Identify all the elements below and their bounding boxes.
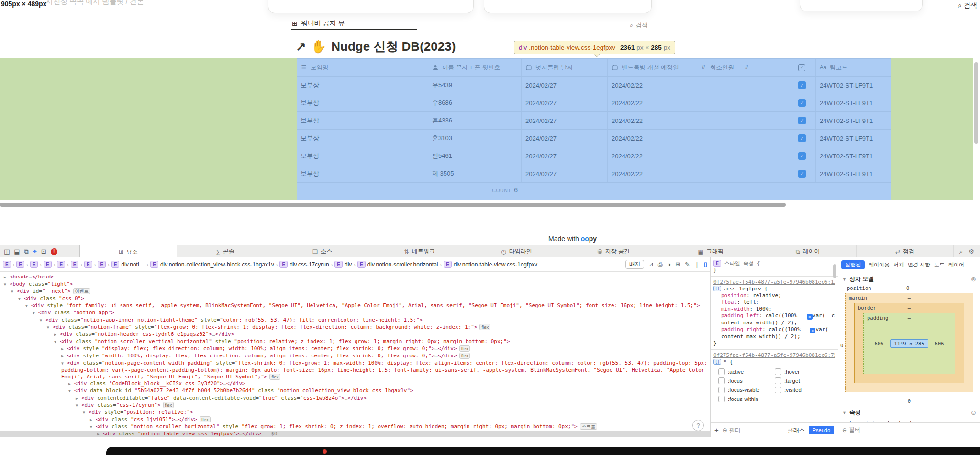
expanded-icon[interactable]: ▼ bbox=[90, 424, 96, 431]
grid-overlay-icon[interactable]: ⊞ bbox=[675, 261, 680, 268]
dom-tree-node[interactable]: ▼<div class="css-17cyrun">flex bbox=[0, 402, 710, 409]
sidebar-tab-레이아웃[interactable]: 레이아웃 bbox=[869, 261, 890, 268]
stylesheet-link[interactable]: 0f275fae-f54b-4877-a5fe-97946b081ec6:1… bbox=[713, 279, 835, 286]
topbar-search[interactable]: ⌕ 검색 bbox=[958, 1, 977, 10]
pseudo-class-toggle[interactable]: :focus bbox=[718, 377, 775, 384]
class-toggle-button[interactable]: 클래스 bbox=[788, 427, 805, 433]
edit-icon[interactable]: ✎ bbox=[685, 261, 690, 268]
dom-tree-node[interactable]: ▼<div class="notion-page-content width p… bbox=[0, 360, 710, 380]
section-filter-icon[interactable]: ⊜ bbox=[971, 409, 976, 416]
sidebar-tab-노드[interactable]: 노드 bbox=[934, 261, 945, 268]
sidebar-tab-레이어[interactable]: 레이어 bbox=[948, 261, 964, 268]
element-crumb[interactable]: E bbox=[150, 261, 158, 268]
css-selector[interactable]: .css-1egfpxv { bbox=[723, 286, 768, 292]
pseudo-class-toggle[interactable]: :focus-visible bbox=[718, 387, 775, 393]
device-icon[interactable]: ⊡ bbox=[41, 248, 46, 255]
checkbox-unchecked[interactable] bbox=[775, 368, 781, 375]
made-with-badge[interactable]: Made with oopy bbox=[548, 235, 597, 243]
checkbox-unchecked[interactable] bbox=[775, 387, 781, 393]
dom-tree-node[interactable]: ▼<div id="__next">이벤트 bbox=[0, 288, 710, 295]
dom-tree-node[interactable]: ▶<div class="notion-table-view css-1egfp… bbox=[0, 431, 710, 437]
crumb-label[interactable]: div.notion-table-view.css-1egfpxv bbox=[454, 261, 537, 268]
checkbox-unchecked[interactable] bbox=[775, 377, 781, 384]
devtools-tab-점검[interactable]: ⇄점검 bbox=[857, 245, 954, 257]
dom-tree-node[interactable]: ▶<head>…</head> bbox=[0, 274, 710, 281]
element-crumb[interactable]: E bbox=[357, 261, 366, 268]
element-crumb[interactable]: E bbox=[334, 261, 343, 268]
layout-badge[interactable]: 이벤트 bbox=[73, 288, 91, 294]
layout-badge[interactable]: flex bbox=[163, 402, 174, 408]
dom-tree-node[interactable]: ▼<div style="font-family: ui-sans-serif,… bbox=[0, 302, 710, 310]
calc-icon[interactable]: = bbox=[810, 328, 815, 333]
collapsed-icon[interactable]: ▶ bbox=[68, 381, 74, 388]
checkbox-checked[interactable]: ✓ bbox=[798, 81, 806, 89]
dom-tree-node[interactable]: ▼<div style="position: relative;"> bbox=[0, 409, 710, 416]
expanded-icon[interactable]: ▼ bbox=[68, 388, 74, 395]
collapsed-icon[interactable]: ▶ bbox=[76, 395, 81, 402]
checkbox-checked[interactable]: ✓ bbox=[798, 134, 806, 142]
expanded-icon[interactable]: ▼ bbox=[76, 402, 81, 409]
dom-tree-node[interactable]: ▶<div class="CodeBlock_block__kCISx css-… bbox=[0, 380, 710, 388]
element-crumb[interactable]: E bbox=[98, 261, 106, 268]
devtools-tab-레이어[interactable]: ⧉레이어 bbox=[759, 245, 857, 257]
layout-badge[interactable]: flex bbox=[479, 324, 490, 330]
checkbox-unchecked[interactable] bbox=[718, 368, 725, 375]
dom-tree-node[interactable]: ▼<div class="notion-app-inner notion-lig… bbox=[0, 317, 710, 324]
element-crumb[interactable]: E bbox=[84, 261, 92, 268]
devtools-tab-소스[interactable]: ❏소스 bbox=[274, 245, 371, 257]
devtools-tab-그래픽[interactable]: ▦그래픽 bbox=[662, 245, 759, 257]
devtools-tab-저장 공간[interactable]: ⛁저장 공간 bbox=[565, 245, 662, 257]
sidebar-tab-실행됨[interactable]: 실행됨 bbox=[841, 260, 865, 269]
element-crumb[interactable]: E bbox=[444, 261, 452, 268]
styles-filter[interactable]: ⊖필터 bbox=[723, 427, 741, 433]
css-property[interactable]: min-width: 100%; bbox=[713, 306, 835, 312]
layout-badge[interactable]: flex bbox=[459, 353, 470, 359]
expanded-icon[interactable]: ▼ bbox=[54, 339, 60, 345]
expanded-icon[interactable]: ▼ bbox=[61, 360, 67, 367]
vertical-scrollbar[interactable] bbox=[974, 62, 978, 144]
expanded-icon[interactable]: ▼ bbox=[11, 289, 17, 295]
dom-tree-node[interactable]: ▶<div contenteditable="false" data-conte… bbox=[0, 395, 710, 402]
devtools-tab-콘솔[interactable]: ∑콘솔 bbox=[177, 245, 274, 257]
inspect-element-icon[interactable]: ⌖ bbox=[33, 247, 37, 255]
column-header[interactable]: 넛지클럽 날짜 bbox=[522, 59, 608, 76]
element-crumb[interactable]: E bbox=[111, 261, 120, 268]
table-row[interactable]: 보부상우54392024/02/272024/02/22✓24WT02-ST-L… bbox=[297, 77, 891, 94]
calc-icon[interactable]: = bbox=[807, 314, 813, 320]
dom-tree-node[interactable]: ▼<div class="css-0"> bbox=[0, 295, 710, 302]
layout-badge[interactable]: 스크롤 bbox=[580, 423, 598, 430]
column-header[interactable]: 밴드톡방 개설 예정일 bbox=[608, 59, 696, 76]
sidebar-tab-서체[interactable]: 서체 bbox=[893, 261, 904, 268]
element-crumb[interactable]: E bbox=[279, 261, 288, 268]
checkbox-checked[interactable]: ✓ bbox=[798, 152, 806, 160]
column-header[interactable]: ✓ bbox=[794, 59, 816, 76]
checkbox-unchecked[interactable] bbox=[718, 387, 725, 393]
element-crumb[interactable]: E bbox=[3, 261, 11, 268]
expanded-icon[interactable]: ▼ bbox=[47, 324, 53, 331]
checkbox-unchecked[interactable] bbox=[718, 377, 725, 384]
crumb-label[interactable]: div.noti… bbox=[121, 261, 145, 268]
css-property[interactable]: padding-right: calc((100% - =var(--conte… bbox=[713, 326, 835, 340]
expanded-icon[interactable]: ▼ bbox=[18, 296, 24, 302]
pseudo-class-toggle[interactable]: :active bbox=[718, 368, 775, 375]
pseudo-class-toggle[interactable]: :target bbox=[775, 377, 827, 384]
column-header[interactable]: # bbox=[739, 59, 794, 76]
box-model-section-header[interactable]: ▼ 상자 모델 ⊜ bbox=[838, 272, 980, 285]
dock-bottom-icon[interactable]: ⬓ bbox=[14, 248, 20, 255]
crumb-label[interactable]: div.notion-scroller.horizontal bbox=[368, 261, 438, 268]
pseudo-class-toggle[interactable]: :hover bbox=[775, 368, 827, 375]
search-icon[interactable]: ⌕ bbox=[959, 248, 963, 255]
element-crumb[interactable]: E bbox=[30, 261, 38, 268]
pseudo-class-toggle[interactable]: :visited bbox=[775, 387, 827, 393]
dom-tree-node[interactable]: ▼<div data-block-id="5b54a027-2e43-4f7f-… bbox=[0, 388, 710, 395]
help-button[interactable]: ? bbox=[692, 420, 704, 431]
ruler-icon[interactable]: ⊿ bbox=[648, 261, 654, 268]
element-crumb[interactable]: E bbox=[71, 261, 79, 268]
gear-icon[interactable]: ⚙ bbox=[969, 248, 974, 255]
dock-left-icon[interactable]: ◫ bbox=[4, 248, 10, 255]
expanded-icon[interactable]: ▼ bbox=[4, 281, 10, 288]
element-crumb[interactable]: E bbox=[57, 261, 65, 268]
element-crumb[interactable]: E bbox=[44, 261, 52, 268]
pseudo-toggle-button[interactable]: Pseudo bbox=[809, 426, 834, 434]
expanded-icon[interactable]: ▼ bbox=[83, 410, 89, 416]
